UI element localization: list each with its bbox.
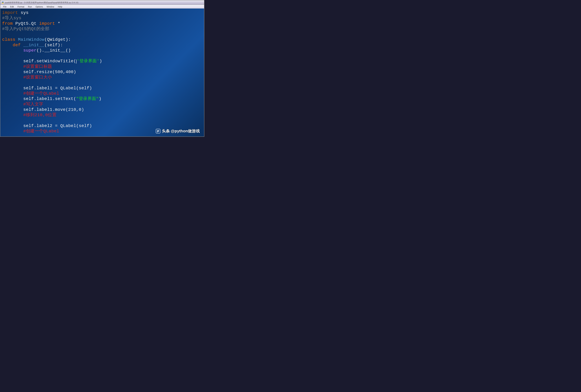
window-title: pyqt5的登录界面.py - D:\刘奕乐程序\python\测试\pyqt5… [5, 1, 78, 4]
menu-help[interactable]: Help [56, 5, 64, 8]
code-token: def [2, 43, 20, 47]
code-token: self.setWindowTitle( [2, 59, 76, 63]
svg-rect-0 [2, 2, 4, 2]
svg-rect-3 [157, 131, 159, 131]
code-string: "登录界面" [76, 96, 99, 101]
code-token: sys [18, 10, 28, 15]
code-number: 400 [66, 70, 74, 74]
watermark-handle: @python做游戏 [171, 128, 200, 134]
code-comment: #创建一个QLabel [2, 129, 59, 134]
watermark-brand: 头条 [162, 128, 170, 134]
menu-options[interactable]: Options [34, 5, 45, 8]
code-string: '登录界面' [77, 59, 100, 63]
code-token: ) [100, 59, 102, 63]
idle-window: pyqt5的登录界面.py - D:\刘奕乐程序\python\测试\pyqt5… [0, 0, 204, 137]
menu-run[interactable]: Run [26, 5, 34, 8]
code-token: * [55, 21, 60, 26]
code-token: super [2, 48, 36, 53]
menu-format[interactable]: Format [16, 5, 26, 8]
code-token: MainWindow [16, 37, 44, 42]
code-token: import [2, 10, 18, 15]
code-token: (self): [44, 43, 63, 47]
titlebar[interactable]: pyqt5的登录界面.py - D:\刘奕乐程序\python\测试\pyqt5… [0, 0, 204, 5]
code-token: self.resize( [2, 70, 55, 74]
code-comment: #移到210,0位置 [2, 113, 56, 117]
code-token: from [2, 21, 13, 26]
code-token: self.label1.setText( [2, 96, 76, 101]
code-token: __init__ [20, 43, 44, 47]
code-token: import [39, 21, 55, 26]
svg-rect-4 [157, 132, 158, 132]
menu-file[interactable]: File [1, 5, 8, 8]
code-token: ) [99, 96, 102, 101]
code-token: ) [82, 107, 84, 112]
menu-window[interactable]: Window [45, 5, 56, 8]
code-token: , [63, 70, 66, 74]
code-comment: #写入文字 [2, 102, 44, 107]
code-comment: #导入PyQt5的Qt的全部 [2, 26, 49, 31]
code-comment: #导入sys [2, 16, 22, 20]
code-number: 210 [68, 107, 76, 112]
code-token: class [2, 37, 16, 42]
watermark: 头条 @python做游戏 [156, 128, 200, 134]
code-number: 0 [79, 107, 82, 112]
code-comment: #设置窗口大小 [2, 75, 52, 80]
code-token: self.label1.move( [2, 107, 68, 112]
code-editor[interactable]: import sys #导入sys from PyQt5.Qt import *… [0, 8, 204, 136]
svg-rect-1 [2, 2, 4, 3]
code-token: ) [74, 70, 76, 74]
svg-rect-2 [157, 130, 159, 131]
python-icon [2, 1, 4, 4]
toutiao-logo-icon [156, 129, 160, 133]
code-token: PyQt5.Qt [13, 21, 39, 26]
code-number: 500 [55, 70, 63, 74]
code-comment: #创建一个QLabel [2, 91, 59, 96]
menubar: File Edit Format Run Options Window Help [0, 5, 204, 8]
code-token: (QWidget): [44, 37, 71, 42]
menu-edit[interactable]: Edit [8, 5, 16, 8]
code-token: self.label1 = QLabel(self) [2, 86, 92, 90]
code-token: self.label2 = QLabel(self) [2, 123, 92, 128]
code-token: , [76, 107, 79, 112]
code-token: ().__init__() [36, 48, 71, 53]
code-comment: #设置窗口标题 [2, 64, 52, 69]
